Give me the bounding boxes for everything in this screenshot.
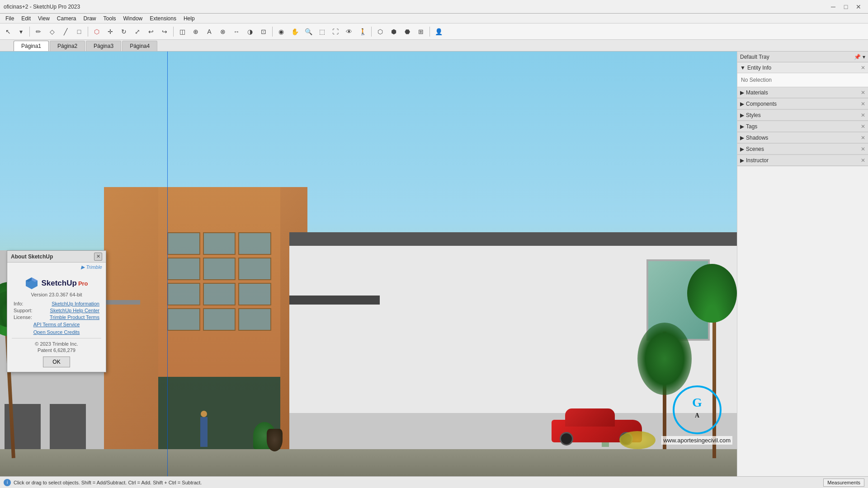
eraser-tool[interactable]: ◇ (46, 25, 58, 38)
select-tools: ↖ ▾ (2, 25, 27, 38)
tab-pagina3[interactable]: Página3 (86, 41, 121, 51)
zoom-window-tool[interactable]: ⬚ (316, 25, 328, 38)
scenes-arrow: ▶ (740, 146, 744, 152)
redo-tool[interactable]: ↪ (158, 25, 171, 38)
undo-tool[interactable]: ↩ (145, 25, 157, 38)
tab-pagina4[interactable]: Página4 (122, 41, 157, 51)
style-3[interactable]: ⬣ (401, 25, 414, 38)
about-divider (12, 338, 101, 338)
line-tool[interactable]: ╱ (59, 25, 72, 38)
info-link[interactable]: SketchUp Information (52, 301, 99, 306)
pan-tool[interactable]: ✋ (288, 25, 301, 38)
entity-info-collapse-icon[interactable]: ✕ (861, 65, 865, 71)
position-camera-tool[interactable]: 👁 (343, 25, 355, 38)
section-plane-tool[interactable]: ⊡ (257, 25, 270, 38)
components-header[interactable]: ▶ Components ✕ (737, 99, 868, 109)
close-button[interactable]: ✕ (853, 2, 864, 11)
select-tool[interactable]: ↖ (2, 25, 14, 38)
oss-link[interactable]: Open Source Credits (33, 329, 80, 335)
right-panel: Default Tray 📌 ▾ ▼ Entity Info ✕ No Sele… (737, 52, 868, 476)
orbit-tool[interactable]: ◉ (275, 25, 288, 38)
maximize-button[interactable]: □ (840, 2, 852, 11)
tab-pagina2[interactable]: Página2 (50, 41, 85, 51)
move-tool[interactable]: ✛ (104, 25, 117, 38)
shape-tool[interactable]: □ (73, 25, 85, 38)
about-dialog: About SketchUp ✕ ▶ Trimble SketchUpPro V… (7, 250, 106, 372)
ok-button[interactable]: OK (43, 357, 70, 367)
support-link[interactable]: SketchUp Help Center (50, 308, 99, 313)
copyright-text: © 2023 Trimble Inc. (12, 341, 101, 347)
scale-tool[interactable]: ⤢ (131, 25, 144, 38)
style-4[interactable]: ⊞ (415, 25, 427, 38)
entity-info-status: No Selection (737, 73, 868, 87)
zoom-tool[interactable]: 🔍 (302, 25, 315, 38)
app-title: oficinas+2 - SketchUp Pro 2023 (4, 4, 80, 10)
instructor-label: Instructor (746, 157, 769, 164)
style-2[interactable]: ⬢ (387, 25, 400, 38)
instructor-header[interactable]: ▶ Instructor ✕ (737, 155, 868, 166)
rotate-tool[interactable]: ↻ (118, 25, 130, 38)
about-dialog-title: About SketchUp (11, 253, 53, 260)
about-close-button[interactable]: ✕ (94, 253, 102, 261)
menu-help[interactable]: Help (180, 14, 198, 23)
instructor-close-icon[interactable]: ✕ (861, 157, 865, 164)
toolbar: ↖ ▾ ✏ ◇ ╱ □ ⬡ ✛ ↻ ⤢ ↩ ↪ ◫ ⊕ A ⊗ ↔ ◑ ⊡ ◉ … (0, 23, 868, 40)
tags-close-icon[interactable]: ✕ (861, 123, 865, 130)
scenes-close-icon[interactable]: ✕ (861, 146, 865, 152)
protractor-tool[interactable]: ◑ (244, 25, 256, 38)
dimension-tool[interactable]: ↔ (230, 25, 243, 38)
sketchup-logo: SketchUpPro (12, 277, 101, 290)
separator-1 (29, 27, 30, 37)
styles-arrow: ▶ (740, 112, 744, 118)
menu-camera[interactable]: Camera (53, 14, 80, 23)
scenes-header[interactable]: ▶ Scenes ✕ (737, 144, 868, 155)
tags-panel: ▶ Tags ✕ (737, 121, 868, 132)
minimize-button[interactable]: ─ (827, 2, 839, 11)
menu-extensions[interactable]: Extensions (146, 14, 180, 23)
api-terms-link[interactable]: API Terms of Service (33, 322, 80, 327)
license-link[interactable]: Trimble Product Terms (50, 314, 99, 320)
materials-close-icon[interactable]: ✕ (861, 89, 865, 96)
shadows-header[interactable]: ▶ Shadows ✕ (737, 132, 868, 143)
patent-text: Patent 6,628,279 (12, 347, 101, 353)
measurements-box[interactable]: Measurements (823, 479, 864, 487)
tags-header[interactable]: ▶ Tags ✕ (737, 121, 868, 132)
zoom-extents-tool[interactable]: ⛶ (329, 25, 342, 38)
separator-3 (173, 27, 174, 37)
info-label: Info: (14, 301, 23, 306)
text-tool[interactable]: A (203, 25, 216, 38)
entity-info-header[interactable]: ▼ Entity Info ✕ (737, 62, 868, 73)
svg-point-0 (674, 386, 721, 433)
walk-tool[interactable]: 🚶 (356, 25, 369, 38)
tray-pin-icon[interactable]: 📌 (854, 54, 861, 60)
scenes-label: Scenes (746, 146, 764, 152)
shadows-close-icon[interactable]: ✕ (861, 135, 865, 141)
person-walking (199, 411, 209, 447)
tape-tool[interactable]: ⊕ (189, 25, 202, 38)
select-dropdown[interactable]: ▾ (14, 25, 27, 38)
axes-tool[interactable]: ⊗ (217, 25, 229, 38)
components-label: Components (746, 101, 777, 107)
offset-tool[interactable]: ◫ (176, 25, 189, 38)
version-text: Version 23.0.367 64-bit (12, 292, 101, 297)
menu-draw[interactable]: Draw (80, 14, 100, 23)
menu-window[interactable]: Window (120, 14, 146, 23)
license-row: License: Trimble Product Terms (12, 314, 101, 320)
tags-arrow: ▶ (740, 123, 744, 130)
tab-pagina1[interactable]: Página1 (14, 41, 49, 51)
materials-header[interactable]: ▶ Materials ✕ (737, 87, 868, 98)
tray-menu-icon[interactable]: ▾ (863, 54, 865, 60)
menu-view[interactable]: View (34, 14, 53, 23)
menu-file[interactable]: File (2, 14, 18, 23)
push-pull-tool[interactable]: ⬡ (90, 25, 103, 38)
styles-header[interactable]: ▶ Styles ✕ (737, 110, 868, 121)
menu-tools[interactable]: Tools (100, 14, 120, 23)
profile-button[interactable]: 👤 (432, 25, 445, 38)
paint-tool[interactable]: ✏ (32, 25, 45, 38)
style-1[interactable]: ⬡ (374, 25, 387, 38)
styles-close-icon[interactable]: ✕ (861, 112, 865, 118)
viewport[interactable]: G A www.aportesingecivil.com About Sketc… (0, 52, 737, 476)
status-left: i Click or drag to select objects. Shift… (4, 479, 202, 486)
components-close-icon[interactable]: ✕ (861, 101, 865, 107)
menu-edit[interactable]: Edit (18, 14, 34, 23)
